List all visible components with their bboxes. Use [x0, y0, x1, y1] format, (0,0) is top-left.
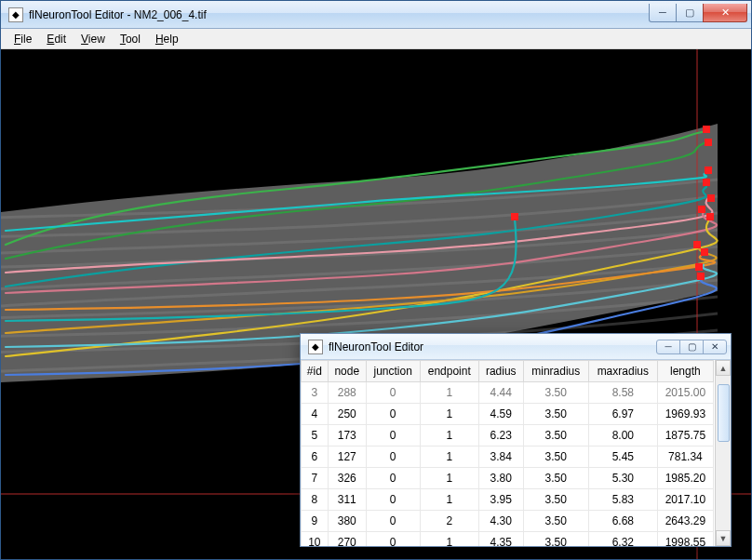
table-cell: 3.50 [523, 425, 588, 447]
table-cell: 781.34 [657, 447, 713, 468]
table-cell: 0 [366, 511, 420, 532]
scroll-thumb[interactable] [718, 384, 730, 442]
table-cell: 4 [302, 404, 329, 425]
table-cell: 6.23 [478, 425, 523, 447]
table-cell: 4.35 [478, 532, 523, 547]
column-header[interactable]: minradius [523, 361, 588, 382]
menu-view[interactable]: View [74, 31, 113, 47]
svg-rect-2 [703, 126, 710, 133]
table-row[interactable]: 5173016.233.508.001875.75 [302, 425, 714, 447]
svg-rect-7 [698, 206, 705, 213]
svg-rect-3 [705, 139, 712, 146]
menu-tool[interactable]: Tool [113, 31, 148, 47]
scroll-down-arrow[interactable]: ▼ [716, 530, 731, 546]
table-cell: 8.58 [588, 382, 657, 404]
table-row[interactable]: 4250014.593.506.971969.93 [302, 404, 714, 425]
table-cell: 0 [366, 532, 420, 547]
table-cell: 3.50 [523, 447, 588, 468]
svg-rect-4 [705, 167, 712, 174]
table-cell: 270 [328, 532, 366, 547]
table-cell: 2015.00 [657, 382, 713, 404]
svg-rect-12 [697, 273, 705, 280]
table-cell: 3 [302, 382, 329, 404]
sub-window-title: flNeuronTool Editor [329, 340, 657, 353]
table-container: #idnodejunctionendpointradiusminradiusma… [301, 360, 731, 546]
app-icon: ◆ [308, 340, 323, 354]
table-cell: 9 [302, 511, 329, 532]
table-cell: 288 [328, 382, 366, 404]
sub-close-button[interactable]: ✕ [703, 340, 727, 354]
table-cell: 1969.93 [657, 404, 713, 425]
svg-rect-6 [707, 194, 715, 202]
table-cell: 1 [420, 468, 478, 489]
table-cell: 5.83 [588, 489, 657, 511]
column-header[interactable]: endpoint [420, 361, 478, 382]
table-cell: 1 [420, 532, 478, 547]
table-cell: 6.68 [588, 511, 657, 532]
table-cell: 1 [420, 425, 478, 447]
table-cell: 3.50 [523, 404, 588, 425]
table-cell: 380 [328, 511, 366, 532]
table-cell: 2017.10 [657, 489, 713, 511]
table-cell: 3.80 [478, 468, 523, 489]
table-cell: 6 [302, 447, 329, 468]
table-cell: 8 [302, 489, 329, 511]
window-controls: ─ ▢ ✕ [650, 4, 747, 22]
table-cell: 1 [420, 404, 478, 425]
table-cell: 326 [328, 468, 366, 489]
sub-minimize-button[interactable]: ─ [656, 340, 680, 354]
menu-edit[interactable]: Edit [39, 31, 74, 47]
table-row[interactable]: 6127013.843.505.45781.34 [302, 447, 714, 468]
svg-rect-10 [701, 248, 708, 256]
table-cell: 0 [366, 447, 420, 468]
table-cell: 1998.55 [657, 532, 713, 547]
table-cell: 5.30 [588, 468, 657, 489]
table-body: 3288014.443.508.582015.004250014.593.506… [302, 382, 714, 547]
minimize-button[interactable]: ─ [649, 4, 677, 22]
column-header[interactable]: maxradius [588, 361, 657, 382]
table-cell: 5 [302, 425, 329, 447]
main-titlebar[interactable]: ◆ flNeuronTool Editor - NM2_006_4.tif ─ … [1, 1, 751, 29]
sub-maximize-button[interactable]: ▢ [679, 340, 704, 354]
sub-titlebar[interactable]: ◆ flNeuronTool Editor ─ ▢ ✕ [301, 334, 731, 360]
column-header[interactable]: junction [366, 361, 420, 382]
menu-file[interactable]: File [7, 31, 39, 47]
table-cell: 4.59 [478, 404, 523, 425]
table-cell: 7 [302, 468, 329, 489]
table-row[interactable]: 3288014.443.508.582015.00 [302, 382, 714, 404]
svg-rect-8 [706, 213, 714, 220]
maximize-button[interactable]: ▢ [676, 4, 704, 22]
neuron-table[interactable]: #idnodejunctionendpointradiusminradiusma… [301, 360, 714, 546]
table-row[interactable]: 7326013.803.505.301985.20 [302, 468, 714, 489]
table-cell: 3.50 [523, 468, 588, 489]
table-cell: 1 [420, 489, 478, 511]
column-header[interactable]: #id [302, 361, 329, 382]
table-cell: 3.50 [523, 532, 588, 547]
table-cell: 1875.75 [657, 425, 713, 447]
svg-rect-5 [703, 179, 710, 186]
table-cell: 250 [328, 404, 366, 425]
table-row[interactable]: 10270014.353.506.321998.55 [302, 532, 714, 547]
table-cell: 0 [366, 404, 420, 425]
table-cell: 2643.29 [657, 511, 713, 532]
column-header[interactable]: radius [478, 361, 523, 382]
table-cell: 0 [366, 425, 420, 447]
close-button[interactable]: ✕ [703, 4, 747, 22]
table-cell: 5.45 [588, 447, 657, 468]
column-header[interactable]: length [657, 361, 713, 382]
column-header[interactable]: node [328, 361, 366, 382]
svg-rect-13 [511, 213, 518, 220]
menu-help[interactable]: Help [148, 31, 186, 47]
table-cell: 2 [420, 511, 478, 532]
vertical-scrollbar[interactable]: ▲ ▼ [715, 360, 731, 546]
table-cell: 3.95 [478, 489, 523, 511]
table-cell: 0 [366, 489, 420, 511]
table-cell: 0 [366, 468, 420, 489]
svg-rect-9 [693, 241, 701, 248]
scroll-up-arrow[interactable]: ▲ [716, 360, 731, 376]
data-table-window[interactable]: ◆ flNeuronTool Editor ─ ▢ ✕ #idnodejunct… [300, 333, 732, 547]
table-row[interactable]: 9380024.303.506.682643.29 [302, 511, 714, 532]
table-cell: 3.50 [523, 489, 588, 511]
table-row[interactable]: 8311013.953.505.832017.10 [302, 489, 714, 511]
table-header-row: #idnodejunctionendpointradiusminradiusma… [302, 361, 714, 382]
